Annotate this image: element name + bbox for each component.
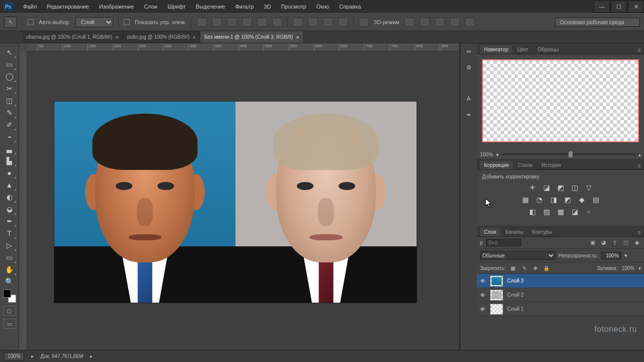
lock-position-icon[interactable]: ✥ xyxy=(532,264,539,272)
menu-type[interactable]: Шрифт xyxy=(163,2,191,12)
blur-tool[interactable]: ◐ xyxy=(3,191,17,203)
selectivecolor-icon[interactable]: ▫ xyxy=(584,208,593,216)
filter-smart-icon[interactable]: ◆ xyxy=(633,239,641,246)
tab-styles[interactable]: Стили xyxy=(514,161,536,169)
layer-row[interactable]: 👁 Слой 3 xyxy=(477,274,644,288)
fill-value[interactable]: 100% xyxy=(621,265,634,271)
filter-image-icon[interactable]: ▣ xyxy=(589,239,597,246)
type-tool[interactable]: T xyxy=(3,227,17,239)
menu-filter[interactable]: Фильтр xyxy=(230,2,259,12)
menu-layers[interactable]: Слои xyxy=(139,2,163,12)
filter-shape-icon[interactable]: ◫ xyxy=(622,239,630,246)
visibility-icon[interactable]: 👁 xyxy=(479,292,486,299)
layer-thumbnail[interactable] xyxy=(490,276,503,287)
menu-edit[interactable]: Редактирование xyxy=(42,2,94,12)
curves-icon[interactable]: ◩ xyxy=(556,184,565,192)
panel-icon[interactable]: ❧ xyxy=(464,110,474,120)
navigator-preview[interactable] xyxy=(482,59,639,142)
visibility-icon[interactable]: 👁 xyxy=(479,306,486,313)
maximize-button[interactable]: ☐ xyxy=(611,1,627,13)
lock-all-icon[interactable]: 🔒 xyxy=(543,264,550,272)
canvas-background[interactable] xyxy=(27,51,459,350)
tab-paths[interactable]: Контуры xyxy=(528,228,556,236)
distrib-icon[interactable] xyxy=(323,18,333,27)
tab-layers[interactable]: Слои xyxy=(480,228,500,236)
bw-icon[interactable]: ◨ xyxy=(549,196,558,204)
layer-name[interactable]: Слой 2 xyxy=(507,292,524,298)
brightness-icon[interactable]: ☀ xyxy=(528,184,537,192)
document-tab[interactable]: Без имени-1 @ 100% (Слой 3, RGB/8) × xyxy=(200,31,304,43)
auto-select-checkbox[interactable] xyxy=(28,19,34,25)
expand-icon[interactable]: ▸ xyxy=(31,353,34,359)
panel-icon[interactable]: ⇔ xyxy=(464,46,474,56)
close-icon[interactable]: × xyxy=(296,34,299,40)
3d-opt-icon[interactable] xyxy=(465,18,475,27)
3d-opt-icon[interactable] xyxy=(435,18,445,27)
gradientmap-icon[interactable]: ◪ xyxy=(570,208,579,216)
colorbalance-icon[interactable]: ◔ xyxy=(535,196,544,204)
menu-view[interactable]: Просмотр xyxy=(276,2,311,12)
posterize-icon[interactable]: ▨ xyxy=(542,208,551,216)
status-zoom[interactable]: 100% xyxy=(4,352,24,360)
3d-opt-icon[interactable] xyxy=(420,18,430,27)
distrib-icon[interactable] xyxy=(338,18,348,27)
blend-mode-select[interactable]: Обычные xyxy=(480,251,555,260)
canvas[interactable] xyxy=(54,102,417,303)
color-swatch[interactable] xyxy=(3,290,16,303)
zoom-out-icon[interactable]: ▾ xyxy=(496,152,499,157)
levels-icon[interactable]: ◪ xyxy=(542,184,551,192)
layer-row[interactable]: 👁 Слой 2 xyxy=(477,288,644,302)
menu-file[interactable]: Файл xyxy=(18,2,42,12)
navigator-zoom-slider[interactable] xyxy=(502,153,635,155)
shape-tool[interactable]: ▭ xyxy=(3,251,17,263)
tab-color[interactable]: Цвет xyxy=(513,45,532,54)
chevron-down-icon[interactable]: ▾ xyxy=(638,265,641,271)
layer-thumbnail[interactable] xyxy=(490,290,503,301)
heal-tool[interactable]: ✐ xyxy=(3,119,17,131)
crop-tool[interactable]: ◫ xyxy=(3,95,17,107)
3d-icon[interactable] xyxy=(359,18,369,27)
layer-row[interactable]: 👁 Слой 1 xyxy=(477,302,644,316)
3d-opt-icon[interactable] xyxy=(405,18,415,27)
dodge-tool[interactable]: ◒ xyxy=(3,203,17,215)
layer-name[interactable]: Слой 3 xyxy=(507,278,524,284)
distrib-icon[interactable] xyxy=(308,18,318,27)
lock-brush-icon[interactable]: ✎ xyxy=(521,264,528,272)
foreground-color[interactable] xyxy=(3,290,11,298)
align-icon[interactable] xyxy=(197,18,207,27)
invert-icon[interactable]: ◧ xyxy=(528,208,537,216)
chevron-right-icon[interactable]: ▸ xyxy=(90,353,93,359)
menu-help[interactable]: Справка xyxy=(334,2,366,12)
stamp-tool[interactable]: ▃ xyxy=(3,143,17,155)
align-icon[interactable] xyxy=(242,18,252,27)
layer-name[interactable]: Слой 1 xyxy=(507,306,524,312)
align-icon[interactable] xyxy=(272,18,282,27)
opacity-value[interactable]: 100% xyxy=(601,252,621,259)
panel-menu-icon[interactable]: ≡ xyxy=(637,162,641,169)
panel-menu-icon[interactable]: ≡ xyxy=(637,47,641,54)
exposure-icon[interactable]: ◫ xyxy=(570,184,579,192)
tab-channels[interactable]: Каналы xyxy=(501,228,527,236)
screenmode-toggle[interactable]: ▭ xyxy=(3,319,16,329)
panel-icon[interactable]: A xyxy=(464,94,474,104)
move-tool[interactable]: ↖ xyxy=(3,46,17,58)
pen-tool[interactable]: ✒ xyxy=(3,215,17,227)
menu-image[interactable]: Изображение xyxy=(94,2,139,12)
tab-navigator[interactable]: Навигатор xyxy=(480,45,512,54)
history-brush-tool[interactable]: ▙ xyxy=(3,155,17,167)
tab-swatches[interactable]: Образцы xyxy=(533,45,562,54)
photofilter-icon[interactable]: ◩ xyxy=(563,196,572,204)
filter-adjust-icon[interactable]: ◕ xyxy=(600,239,608,246)
zoom-in-icon[interactable]: ▴ xyxy=(638,152,641,157)
marquee-tool[interactable]: ▭ xyxy=(3,58,17,70)
panel-menu-icon[interactable]: ≡ xyxy=(637,229,641,236)
document-tab[interactable]: putin.jpg @ 100% (RGB/8#) × xyxy=(123,31,201,43)
path-tool[interactable]: ▷ xyxy=(3,239,17,251)
eyedropper-tool[interactable]: ✎ xyxy=(3,107,17,119)
lock-pixels-icon[interactable]: ▦ xyxy=(510,264,517,272)
distrib-icon[interactable] xyxy=(293,18,303,27)
channelmixer-icon[interactable]: ◆ xyxy=(577,196,586,204)
move-tool-icon[interactable]: ↖ xyxy=(4,17,17,28)
tab-adjustments[interactable]: Коррекция xyxy=(480,161,513,169)
close-icon[interactable]: × xyxy=(193,34,196,40)
